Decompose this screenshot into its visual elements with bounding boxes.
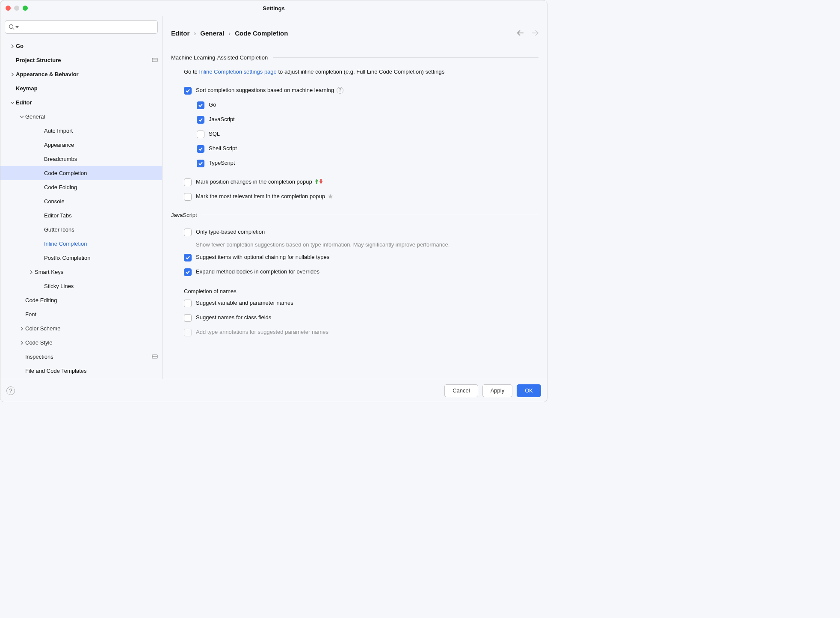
sort-ml-label: Sort completion suggestions based on mac… (196, 87, 334, 93)
content[interactable]: Machine Learning-Assisted Completion Go … (163, 42, 547, 379)
window-maximize-button[interactable] (23, 6, 28, 11)
breadcrumb-item[interactable]: Editor (171, 30, 189, 37)
inline-completion-link[interactable]: Inline Completion settings page (199, 68, 276, 75)
only-type-row[interactable]: Only type-based completion (184, 225, 538, 240)
tree-twisty (37, 156, 44, 163)
sort-ml-checkbox[interactable] (184, 87, 192, 95)
body: GoProject StructureAppearance & Behavior… (0, 16, 547, 379)
sidebar-item-keymap[interactable]: Keymap (0, 81, 162, 95)
help-icon[interactable]: ? (337, 87, 343, 94)
mark-relevant-row[interactable]: Mark the most relevant item in the compl… (184, 190, 538, 204)
separator-icon (152, 57, 158, 63)
ml-lang-label: Shell Script (209, 145, 237, 152)
sidebar-item-color-scheme[interactable]: Color Scheme (0, 321, 162, 336)
mark-position-checkbox[interactable] (184, 178, 192, 186)
tree-twisty[interactable] (18, 339, 25, 346)
tree-twisty[interactable] (28, 269, 35, 276)
tree-twisty (18, 297, 25, 304)
ml-lang-label: JavaScript (209, 116, 235, 122)
search-input[interactable] (20, 24, 154, 30)
breadcrumb-item[interactable]: General (200, 30, 224, 37)
tree-twisty[interactable] (18, 113, 25, 120)
expand-bodies-row[interactable]: Expand method bodies in completion for o… (184, 265, 538, 279)
ml-lang-row-shell-script[interactable]: Shell Script (197, 142, 538, 156)
sidebar-item-project-structure[interactable]: Project Structure (0, 53, 162, 67)
sidebar-item-appearance[interactable]: Appearance (0, 138, 162, 152)
sidebar-item-editor-tabs[interactable]: Editor Tabs (0, 208, 162, 223)
sidebar-item-font[interactable]: Font (0, 307, 162, 321)
ml-lang-checkbox[interactable] (197, 101, 204, 109)
sidebar-item-inline-completion[interactable]: Inline Completion (0, 237, 162, 251)
expand-bodies-checkbox[interactable] (184, 268, 192, 276)
sidebar-item-label: Project Structure (16, 57, 61, 63)
sugg-var-row[interactable]: Suggest variable and parameter names (184, 296, 538, 311)
section-title: JavaScript (171, 212, 197, 218)
sidebar-item-label: Appearance & Behavior (16, 71, 79, 77)
ml-lang-checkbox[interactable] (197, 131, 204, 138)
help-button[interactable]: ? (6, 386, 15, 395)
sidebar-item-label: Code Completion (44, 170, 87, 176)
footer: ? Cancel Apply OK (0, 379, 547, 402)
sidebar-item-file-and-code-templates[interactable]: File and Code Templates (0, 364, 162, 378)
optional-chain-checkbox[interactable] (184, 254, 192, 261)
sidebar-item-inspections[interactable]: Inspections (0, 350, 162, 364)
ml-lang-label: SQL (209, 131, 220, 137)
ml-lang-row-sql[interactable]: SQL (197, 127, 538, 142)
search-wrapper (0, 18, 162, 37)
apply-button[interactable]: Apply (482, 384, 513, 397)
sidebar-item-label: Editor (16, 99, 32, 106)
sugg-class-checkbox[interactable] (184, 314, 192, 322)
expand-bodies-label: Expand method bodies in completion for o… (196, 268, 319, 275)
sidebar-item-sticky-lines[interactable]: Sticky Lines (0, 279, 162, 293)
sidebar-item-breadcrumbs[interactable]: Breadcrumbs (0, 152, 162, 166)
ml-lang-checkbox[interactable] (197, 145, 204, 153)
sidebar-item-code-style[interactable]: Code Style (0, 336, 162, 350)
svg-line-1 (13, 28, 15, 30)
optional-chain-row[interactable]: Suggest items with optional chaining for… (184, 250, 538, 265)
sidebar-item-general[interactable]: General (0, 110, 162, 124)
back-arrow-icon[interactable] (517, 30, 524, 36)
sidebar-item-label: Inspections (25, 354, 53, 360)
only-type-checkbox[interactable] (184, 229, 192, 236)
ml-lang-checkbox[interactable] (197, 160, 204, 167)
sidebar-item-code-completion[interactable]: Code Completion (0, 166, 162, 180)
ml-lang-row-typescript[interactable]: TypeScript (197, 156, 538, 171)
sidebar-item-code-editing[interactable]: Code Editing (0, 293, 162, 307)
tree-twisty[interactable] (9, 43, 16, 50)
sidebar-item-label: Appearance (44, 142, 74, 148)
cancel-button[interactable]: Cancel (444, 384, 478, 397)
sidebar-item-console[interactable]: Console (0, 194, 162, 208)
window-minimize-button[interactable] (14, 6, 19, 11)
tree-twisty (37, 128, 44, 134)
search-field[interactable] (5, 20, 158, 34)
sidebar-item-postfix-completion[interactable]: Postfix Completion (0, 251, 162, 265)
section-divider (273, 57, 538, 58)
ml-lang-row-javascript[interactable]: JavaScript (197, 113, 538, 127)
window-close-button[interactable] (6, 6, 11, 11)
sort-ml-row[interactable]: Sort completion suggestions based on mac… (184, 83, 538, 98)
tree-twisty[interactable] (9, 99, 16, 106)
mark-relevant-checkbox[interactable] (184, 193, 192, 201)
ok-button[interactable]: OK (517, 384, 541, 397)
tree-twisty (18, 354, 25, 360)
sidebar-item-auto-import[interactable]: Auto Import (0, 124, 162, 138)
sidebar-item-editor[interactable]: Editor (0, 95, 162, 110)
sidebar-item-go[interactable]: Go (0, 39, 162, 53)
sidebar-item-smart-keys[interactable]: Smart Keys (0, 265, 162, 279)
sidebar-item-code-folding[interactable]: Code Folding (0, 180, 162, 194)
sidebar-item-gutter-icons[interactable]: Gutter Icons (0, 223, 162, 237)
sidebar-item-appearance-behavior[interactable]: Appearance & Behavior (0, 67, 162, 81)
tree-twisty[interactable] (18, 325, 25, 332)
add-types-label: Add type annotations for suggested param… (196, 329, 328, 335)
breadcrumb: Editor › General › Code Completion (171, 30, 288, 37)
sugg-class-row[interactable]: Suggest names for class fields (184, 311, 538, 325)
settings-window: Settings GoProject StructureAppearance &… (0, 0, 547, 402)
mark-relevant-label: Mark the most relevant item in the compl… (196, 193, 325, 199)
sidebar-item-label: Code Folding (44, 184, 77, 190)
sugg-var-checkbox[interactable] (184, 300, 192, 307)
ml-lang-checkbox[interactable] (197, 116, 204, 124)
mark-position-row[interactable]: Mark position changes in the completion … (184, 175, 538, 190)
tree-twisty[interactable] (9, 71, 16, 78)
ml-lang-row-go[interactable]: Go (197, 98, 538, 113)
tree-twisty (37, 241, 44, 247)
